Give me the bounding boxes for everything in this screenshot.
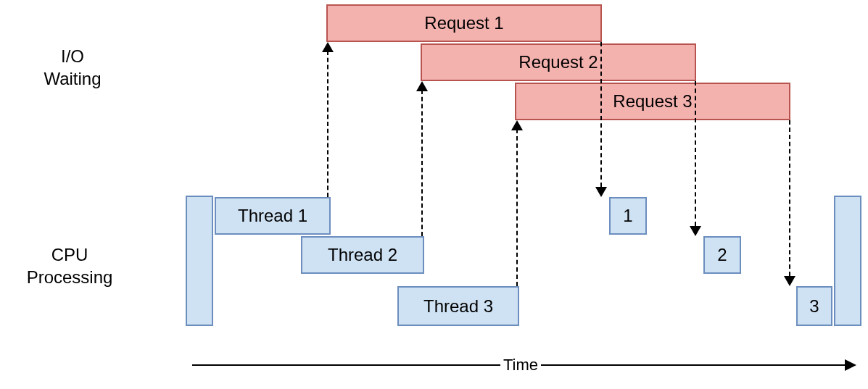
thread-3-complete-box: 3 [796, 286, 832, 326]
thread-3-short-label: 3 [809, 296, 819, 317]
arrow-up-1-head [322, 42, 334, 52]
arrow-down-3-line [789, 120, 790, 276]
io-waiting-label: I/O Waiting [36, 45, 109, 90]
arrow-up-2-line [421, 90, 423, 236]
cpu-column-left [186, 196, 213, 326]
request-3-label: Request 3 [613, 91, 692, 112]
arrow-up-2-head [416, 81, 428, 91]
thread-1-complete-box: 1 [609, 197, 647, 235]
cpu-label-line1: CPU [51, 245, 88, 264]
arrow-down-2-head [690, 226, 701, 236]
request-2-box: Request 2 [421, 43, 696, 81]
cpu-processing-label: CPU Processing [4, 243, 135, 288]
thread-1-label: Thread 1 [238, 206, 307, 226]
request-1-box: Request 1 [326, 4, 602, 42]
arrow-down-3-head [784, 276, 795, 286]
thread-2-complete-box: 2 [703, 236, 741, 274]
thread-3-box: Thread 3 [397, 286, 519, 326]
arrow-down-1-head [595, 187, 607, 197]
cpu-column-right [834, 196, 861, 326]
arrow-up-1-line [327, 51, 328, 197]
thread-1-box: Thread 1 [215, 197, 331, 235]
arrow-up-3-line [516, 129, 518, 286]
time-axis-arrow [845, 359, 856, 371]
cpu-label-line2: Processing [27, 267, 113, 287]
request-1-label: Request 1 [424, 13, 503, 33]
request-3-box: Request 3 [515, 83, 790, 120]
io-label-line2: Waiting [44, 69, 101, 88]
arrow-down-2-line [695, 81, 696, 226]
time-axis-label: Time [500, 356, 541, 375]
thread-1-short-label: 1 [623, 206, 632, 226]
thread-3-label: Thread 3 [423, 296, 493, 317]
thread-2-short-label: 2 [717, 245, 727, 265]
request-2-label: Request 2 [518, 52, 598, 72]
thread-2-box: Thread 2 [301, 236, 424, 274]
arrow-up-3-head [511, 120, 523, 130]
io-label-line1: I/O [61, 46, 84, 66]
thread-2-label: Thread 2 [328, 245, 397, 265]
arrow-down-1-line [600, 42, 602, 187]
